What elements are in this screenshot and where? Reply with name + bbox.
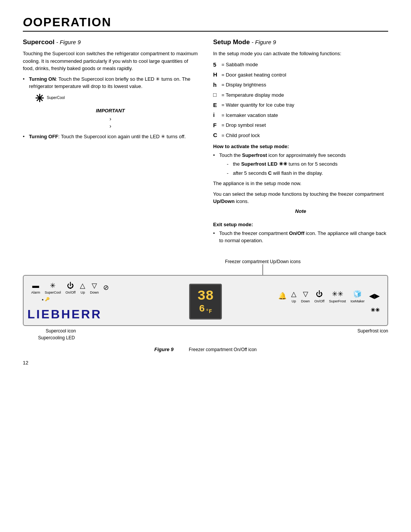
symbol-row-brightness: h = Display brightness [213, 81, 388, 89]
brand-name: LIEBHERR [27, 307, 102, 321]
page-number: 12 [23, 360, 388, 366]
exit-list: Touch the freezer compartment On/Off ico… [213, 230, 388, 244]
figure-caption-row: Figure 9 Freezer compartment On/Off icon [23, 347, 388, 352]
supercool-off-list: Turning OFF: Touch the Supercool icon ag… [23, 133, 198, 141]
vertical-connector-line [263, 264, 263, 275]
figure-panel: ▬ Alarm ✳ SuperCool ⏻ On/Off [23, 275, 388, 326]
down-right-icon-group: ▽ Down [301, 290, 310, 303]
callout-right-group: Superfrost icon [357, 328, 388, 334]
up-right-icon: △ [291, 290, 296, 299]
how-to-heading: How to activate the setup mode: [213, 144, 388, 149]
onoff-right-icon-group: ⏻ On/Off [314, 290, 324, 303]
important-block: IMPORTANT › › [23, 108, 198, 129]
sub-item-1: the Superfrost LED ✳✳ turns on for 5 sec… [227, 160, 388, 168]
exit-item: Touch the freezer compartment On/Off ico… [213, 230, 388, 244]
callout-left-group: Supercool icon Supercooling LED [23, 328, 76, 340]
appliance-text: The appliance is in the setup mode now. [213, 180, 388, 187]
symbol-row-drop: F = Drop symbol reset [213, 121, 388, 130]
up-left-icon-group: △ Up [80, 282, 85, 295]
onoff-right-icon: ⏻ [316, 290, 323, 299]
setup-heading: Setup Mode - Figure 9 [213, 38, 388, 46]
left-icons-row: ▬ Alarm ✳ SuperCool ⏻ On/Off [31, 282, 109, 295]
down-left-icon: ▽ [92, 282, 97, 290]
symbol-row-sabbath: 5 = Sabbath mode [213, 61, 388, 69]
how-to-sub-list: the Superfrost LED ✳✳ turns on for 5 sec… [219, 160, 388, 177]
extra-right-icon-group: ◀▶ [369, 292, 380, 301]
extra-left-icon-group: ⊘ [103, 284, 109, 293]
setup-symbols-list: 5 = Sabbath mode H = Door gasket heating… [213, 61, 388, 140]
page-header: OOperation [23, 15, 388, 32]
supercool-on-item: Turning ON: Touch the Supercool icon bri… [23, 75, 198, 104]
figure-below-row: Supercool icon Supercooling LED Superfro… [23, 328, 388, 340]
bell-right-icon: 🔔 [278, 292, 287, 300]
superfrost-icon: ✳✳ [332, 290, 343, 299]
bell-right-icon-group: 🔔 [278, 292, 287, 301]
center-display: 38 6 °F [189, 284, 221, 320]
icemaker-icon: 🧊 [353, 290, 362, 299]
onoff-left-icon-group: ⏻ On/Off [65, 282, 75, 295]
panel-row: ▬ Alarm ✳ SuperCool ⏻ On/Off [31, 282, 380, 322]
symbol-row-door: H = Door gasket heating control [213, 70, 388, 79]
extra-right-icon: ◀▶ [369, 292, 380, 300]
right-icons-row: 🔔 △ Up ▽ Down ⏻ [278, 290, 380, 303]
onoff-left-icon: ⏻ [67, 282, 74, 290]
setup-intro: In the setup mode you can activate the f… [213, 50, 388, 58]
freezer-onoff-label: Freezer compartment On/Off icon [189, 347, 257, 352]
alarm-icon-group: ▬ Alarm [31, 282, 40, 295]
exit-heading: Exit setup mode: [213, 222, 388, 227]
supercool-icon-group: ✳ SuperCool [45, 282, 61, 295]
up-right-icon-group: △ Up [291, 290, 296, 303]
symbol-row-temp: □ = Temperature display mode [213, 91, 388, 99]
key-led-icon: 🔑 [45, 297, 49, 301]
supercool-icon-area: ✳ SuperCool [35, 93, 198, 104]
supercool-asterisk-icon: ✳ [35, 93, 44, 104]
panel-left: ▬ Alarm ✳ SuperCool ⏻ On/Off [31, 282, 185, 322]
how-to-item-1: Touch the Superfrost icon for approximat… [213, 152, 388, 177]
supercool-panel-icon: ✳ [50, 282, 56, 290]
left-column: Supercool - Figure 9 Touching the Superc… [23, 38, 198, 248]
icemaker-icon-group: 🧊 IceMaker [350, 290, 365, 303]
display-number: 38 [197, 289, 213, 304]
alarm-icon: ▬ [32, 282, 39, 290]
supercool-icon-label-group: SuperCool [47, 93, 65, 101]
up-left-icon: △ [80, 282, 85, 290]
freezer-updown-label: Freezer compartment Up/Down icons [225, 259, 301, 264]
superfrost-icon-group: ✳✳ SuperFrost [329, 290, 346, 303]
display-unit: °F [206, 309, 212, 315]
supercool-icon-callout: Supercool icon [46, 328, 76, 334]
how-to-list: Touch the Superfrost icon for approximat… [213, 152, 388, 177]
sub-item-2: after 5 seconds C will flash in the disp… [227, 169, 388, 177]
supercool-off-item: Turning OFF: Touch the Supercool icon ag… [23, 133, 198, 141]
supercool-on-list: Turning ON: Touch the Supercool icon bri… [23, 75, 198, 104]
page-title: OOperation [23, 15, 388, 29]
main-columns: Supercool - Figure 9 Touching the Superc… [23, 38, 388, 248]
symbol-row-water: E = Water quantity for Ice cube tray [213, 101, 388, 110]
figure-caption: Figure 9 [154, 347, 174, 352]
panel-right: 🔔 △ Up ▽ Down ⏻ [226, 290, 380, 313]
supercool-intro: Touching the Supercool icon switches the… [23, 50, 198, 72]
display-sub: 6 [199, 304, 205, 315]
asterisk-led: * [42, 298, 43, 303]
supercool-heading: Supercool - Figure 9 [23, 38, 198, 46]
symbol-row-icemaker: i = Icemaker vacation state [213, 111, 388, 120]
note-block: Note [213, 208, 388, 214]
figure-wrapper: Freezer compartment Up/Down icons ▬ Alar… [23, 259, 388, 353]
down-left-icon-group: ▽ Down [90, 282, 99, 295]
slash-icon: ⊘ [103, 284, 109, 292]
superfrost-icon-callout: Superfrost icon [357, 328, 388, 334]
down-right-icon: ▽ [303, 290, 308, 299]
symbol-row-child: C = Child proof lock [213, 131, 388, 140]
supercooling-led-callout: Supercooling LED [38, 335, 76, 340]
double-asterisk-display: ✳✳ [371, 307, 380, 313]
select-text: You can select the setup mode functions … [213, 190, 388, 205]
right-column: Setup Mode - Figure 9 In the setup mode … [213, 38, 388, 248]
